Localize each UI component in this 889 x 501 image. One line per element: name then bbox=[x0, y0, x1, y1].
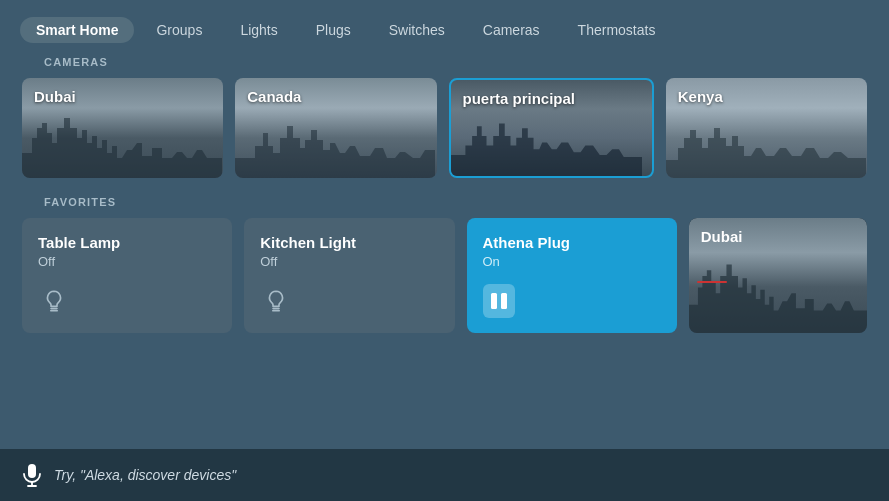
device-kitchen-light-status: Off bbox=[260, 254, 438, 269]
camera-kenya-label: Kenya bbox=[678, 88, 723, 105]
camera-canada[interactable]: Canada bbox=[235, 78, 436, 178]
cameras-label: CAMERAS bbox=[22, 56, 867, 68]
nav-lights[interactable]: Lights bbox=[224, 17, 293, 43]
microphone-icon bbox=[22, 463, 42, 487]
alexa-hint: Try, "Alexa, discover devices" bbox=[54, 467, 236, 483]
device-table-lamp[interactable]: Table Lamp Off bbox=[22, 218, 232, 333]
device-table-lamp-info: Table Lamp Off bbox=[38, 234, 216, 269]
svg-rect-7 bbox=[501, 293, 507, 309]
lightbulb-icon-2 bbox=[263, 288, 289, 314]
nav-switches[interactable]: Switches bbox=[373, 17, 461, 43]
bottom-bar: Try, "Alexa, discover devices" bbox=[0, 449, 889, 501]
dubai-red-stripe bbox=[697, 281, 727, 283]
device-table-lamp-status: Off bbox=[38, 254, 216, 269]
dubai-fav-skyline-icon bbox=[689, 253, 867, 334]
camera-puerta-label: puerta principal bbox=[463, 90, 576, 107]
device-athena-plug-name: Athena Plug bbox=[483, 234, 661, 252]
nav-groups[interactable]: Groups bbox=[140, 17, 218, 43]
nav-plugs[interactable]: Plugs bbox=[300, 17, 367, 43]
svg-marker-8 bbox=[689, 264, 867, 333]
bulb-off-icon-2 bbox=[260, 285, 292, 317]
camera-puerta-principal[interactable]: puerta principal bbox=[449, 78, 654, 178]
plug-symbol-icon bbox=[488, 291, 510, 311]
svg-marker-3 bbox=[666, 128, 866, 178]
nav-bar: Smart Home Groups Lights Plugs Switches … bbox=[0, 0, 889, 56]
device-kitchen-light-info: Kitchen Light Off bbox=[260, 234, 438, 269]
svg-marker-0 bbox=[22, 118, 222, 178]
svg-rect-9 bbox=[28, 464, 36, 478]
nav-smart-home[interactable]: Smart Home bbox=[20, 17, 134, 43]
plug-icon bbox=[483, 285, 515, 317]
device-athena-plug-status: On bbox=[483, 254, 661, 269]
camera-dubai[interactable]: Dubai bbox=[22, 78, 223, 178]
canada-skyline-icon bbox=[235, 108, 435, 178]
device-athena-plug[interactable]: Athena Plug On bbox=[467, 218, 677, 333]
device-dubai-fav[interactable]: Dubai bbox=[689, 218, 867, 333]
svg-rect-6 bbox=[491, 293, 497, 309]
svg-marker-1 bbox=[235, 126, 435, 178]
favorites-section: FAVORITES Table Lamp Off Kitchen Light O… bbox=[0, 196, 889, 333]
kenya-skyline-icon bbox=[666, 108, 866, 178]
cameras-grid: Dubai Canada puerta principal Kenya bbox=[22, 78, 867, 178]
nav-thermostats[interactable]: Thermostats bbox=[562, 17, 672, 43]
camera-dubai-label: Dubai bbox=[34, 88, 76, 105]
bulb-off-icon bbox=[38, 285, 70, 317]
cameras-section: CAMERAS Dubai Canada puerta principal Ke… bbox=[0, 56, 889, 178]
plug-icon-box bbox=[483, 284, 515, 318]
device-kitchen-light-name: Kitchen Light bbox=[260, 234, 438, 252]
puerta-skyline-icon bbox=[451, 109, 643, 176]
lightbulb-icon bbox=[41, 288, 67, 314]
favorites-grid: Table Lamp Off Kitchen Light Off bbox=[22, 218, 867, 333]
device-athena-plug-info: Athena Plug On bbox=[483, 234, 661, 269]
favorites-label: FAVORITES bbox=[22, 196, 867, 208]
nav-cameras[interactable]: Cameras bbox=[467, 17, 556, 43]
device-table-lamp-name: Table Lamp bbox=[38, 234, 216, 252]
svg-marker-2 bbox=[451, 123, 643, 176]
camera-canada-label: Canada bbox=[247, 88, 301, 105]
device-kitchen-light[interactable]: Kitchen Light Off bbox=[244, 218, 454, 333]
camera-kenya[interactable]: Kenya bbox=[666, 78, 867, 178]
device-dubai-fav-label: Dubai bbox=[701, 228, 743, 245]
dubai-skyline-icon bbox=[22, 108, 222, 178]
